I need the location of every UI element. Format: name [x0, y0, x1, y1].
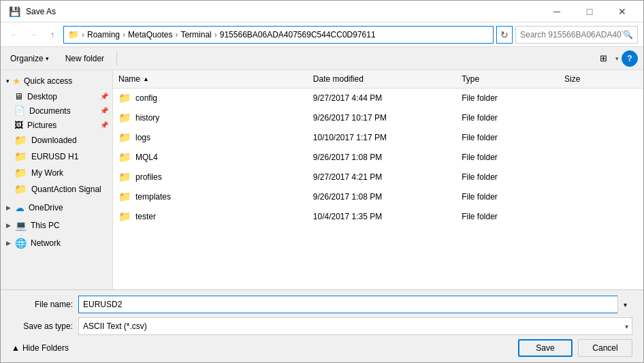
folder-icon: 📁 — [118, 131, 131, 144]
col-size-label: Size — [564, 74, 580, 84]
col-type-label: Type — [462, 74, 479, 84]
column-header-type[interactable]: Type — [456, 72, 559, 86]
this-pc-icon: 💻 — [15, 220, 27, 231]
hide-folders-button[interactable]: ▲ Hide Folders — [12, 343, 69, 353]
file-name-cell: 📁 templates — [113, 189, 308, 205]
table-row[interactable]: 📁 MQL4 9/26/2017 1:08 PM File folder — [113, 148, 643, 168]
sidebar-item-eurusd-h1[interactable]: 📁 EURUSD H1 — [1, 148, 112, 165]
back-button[interactable]: ← — [6, 27, 22, 43]
sidebar-item-this-pc[interactable]: ▶ 💻 This PC — [1, 218, 112, 233]
file-name: history — [135, 113, 159, 123]
sidebar-item-my-work[interactable]: 📁 My Work — [1, 165, 112, 181]
file-date-cell: 10/10/2017 1:17 PM — [308, 131, 456, 144]
my-work-label: My Work — [31, 168, 63, 178]
sidebar-item-desktop[interactable]: 🖥 Desktop 📌 — [1, 89, 112, 104]
maximize-button[interactable]: □ — [574, 3, 605, 20]
filename-input[interactable] — [78, 296, 632, 313]
this-pc-chevron-icon: ▶ — [6, 222, 11, 229]
search-icon: 🔍 — [623, 30, 633, 40]
refresh-button[interactable]: ↻ — [496, 26, 513, 44]
quantaction-label: QuantAction Signal — [31, 185, 101, 194]
file-size-cell — [559, 155, 643, 159]
table-row[interactable]: 📁 profiles 9/27/2017 4:21 PM File folder — [113, 168, 643, 187]
documents-icon: 📄 — [14, 106, 25, 116]
title-bar: 💾 Save As ─ □ ✕ — [1, 1, 643, 22]
view-chevron-icon: ▾ — [615, 55, 619, 62]
toolbar-separator — [116, 52, 117, 65]
column-header-size[interactable]: Size — [559, 72, 643, 86]
quick-access-header[interactable]: ▾ ★ Quick access — [1, 73, 112, 89]
sidebar-item-quantaction[interactable]: 📁 QuantAction Signal — [1, 181, 112, 198]
table-row[interactable]: 📁 tester 10/4/2017 1:35 PM File folder — [113, 207, 643, 227]
hide-folders-label: Hide Folders — [22, 343, 69, 353]
save-button[interactable]: Save — [518, 339, 573, 357]
onedrive-icon: ☁ — [15, 202, 25, 213]
organize-button[interactable]: Organize ▾ — [6, 52, 53, 65]
close-button[interactable]: ✕ — [607, 3, 638, 20]
file-name: profiles — [135, 172, 162, 182]
address-path[interactable]: 📁 › Roaming › MetaQuotes › Terminal › 91… — [63, 26, 494, 44]
folder-icon: 📁 — [118, 210, 131, 223]
new-folder-button[interactable]: New folder — [61, 52, 108, 65]
path-folder-icon: 📁 — [68, 29, 79, 40]
sidebar-item-downloaded[interactable]: 📁 Downloaded — [1, 132, 112, 148]
file-name: MQL4 — [135, 153, 158, 162]
network-chevron-icon: ▶ — [6, 240, 11, 247]
bottom-panel: File name: ▾ Save as type: ASCII Text (*… — [1, 289, 643, 362]
eurusd-icon: 📁 — [14, 151, 27, 163]
table-row[interactable]: 📁 templates 9/26/2017 1:08 PM File folde… — [113, 187, 643, 207]
filename-label: File name: — [12, 300, 73, 309]
saveastype-select[interactable]: ASCII Text (*.csv) — [78, 317, 632, 335]
view-button[interactable]: ⊞ — [594, 50, 613, 67]
file-list-header: Name ▲ Date modified Type Size — [113, 70, 643, 89]
file-name-cell: 📁 tester — [113, 208, 308, 225]
search-input[interactable] — [520, 30, 623, 40]
minimize-button[interactable]: ─ — [541, 3, 573, 20]
quick-access-label: Quick access — [24, 76, 72, 86]
desktop-pin-icon: 📌 — [100, 93, 108, 100]
title-bar-text: Save As — [26, 7, 56, 16]
table-row[interactable]: 📁 config 9/27/2017 4:44 PM File folder — [113, 89, 643, 108]
column-header-name[interactable]: Name ▲ — [113, 72, 308, 86]
help-button[interactable]: ? — [622, 50, 638, 67]
sidebar-item-documents[interactable]: 📄 Documents 📌 — [1, 104, 112, 118]
onedrive-chevron-icon: ▶ — [6, 204, 11, 211]
onedrive-section: ▶ ☁ OneDrive — [1, 200, 112, 215]
folder-icon: 📁 — [118, 112, 131, 124]
sidebar-item-network[interactable]: ▶ 🌐 Network — [1, 236, 112, 251]
file-size-cell — [559, 116, 643, 120]
downloaded-label: Downloaded — [31, 136, 77, 145]
file-name-cell: 📁 MQL4 — [113, 149, 308, 165]
my-work-icon: 📁 — [14, 167, 27, 179]
cancel-button[interactable]: Cancel — [578, 339, 632, 357]
documents-label: Documents — [29, 106, 71, 116]
filename-row: File name: ▾ — [12, 296, 632, 313]
network-icon: 🌐 — [15, 238, 27, 249]
pictures-icon: 🖼 — [14, 120, 23, 130]
desktop-icon: 🖥 — [14, 91, 23, 101]
column-header-date[interactable]: Date modified — [308, 72, 456, 86]
file-name: config — [135, 93, 157, 103]
pictures-pin-icon: 📌 — [100, 121, 108, 129]
search-box[interactable]: 🔍 — [515, 26, 638, 44]
file-name-cell: 📁 history — [113, 110, 308, 126]
saveastype-row: Save as type: ASCII Text (*.csv) ▾ — [12, 317, 632, 335]
sidebar-item-onedrive[interactable]: ▶ ☁ OneDrive — [1, 200, 112, 215]
organize-chevron-icon: ▾ — [46, 55, 49, 62]
onedrive-label: OneDrive — [29, 203, 63, 212]
quick-access-section: ▾ ★ Quick access 🖥 Desktop 📌 📄 Documents… — [1, 73, 112, 198]
table-row[interactable]: 📁 history 9/26/2017 10:17 PM File folder — [113, 108, 643, 128]
new-folder-label: New folder — [65, 54, 104, 63]
table-row[interactable]: 📁 logs 10/10/2017 1:17 PM File folder — [113, 128, 643, 148]
saveastype-label: Save as type: — [12, 321, 73, 331]
hide-folders-chevron-icon: ▲ — [12, 343, 20, 353]
sidebar-item-pictures[interactable]: 🖼 Pictures 📌 — [1, 118, 112, 132]
up-button[interactable]: ↑ — [44, 27, 61, 43]
folder-icon: 📁 — [118, 191, 131, 203]
forward-button[interactable]: → — [25, 27, 42, 43]
file-name: logs — [135, 133, 150, 142]
file-date-cell: 9/26/2017 1:08 PM — [308, 151, 456, 164]
file-size-cell — [559, 136, 643, 140]
downloaded-icon: 📁 — [14, 134, 27, 146]
filename-dropdown-button[interactable]: ▾ — [617, 296, 632, 313]
